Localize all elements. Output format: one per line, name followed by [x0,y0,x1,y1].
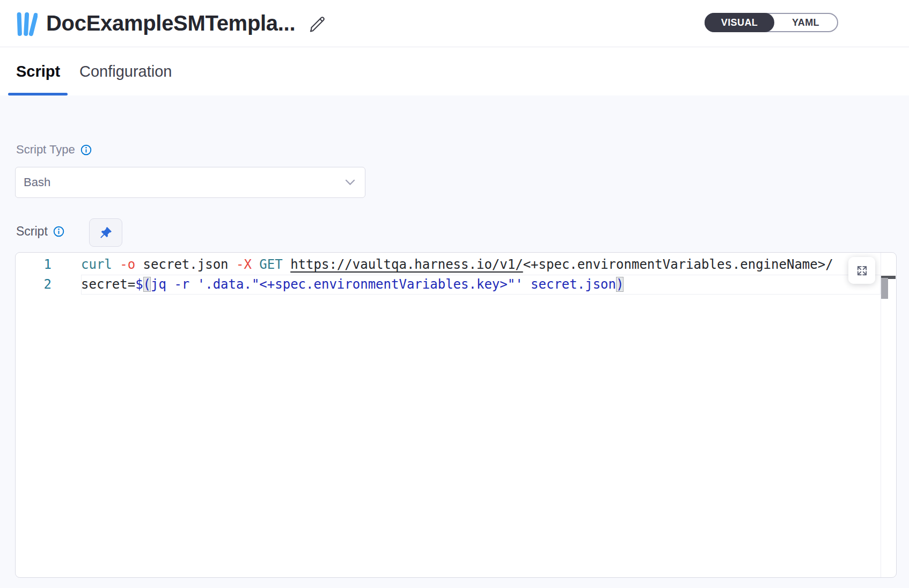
code-token: -o [120,257,135,272]
toggle-option-yaml[interactable]: YAML [774,14,837,31]
view-toggle: VISUAL YAML [705,13,838,32]
code-token: $ [135,277,143,292]
pushpin-icon [99,226,113,240]
toggle-visual-label: VISUAL [721,17,758,28]
code-token [283,257,290,272]
toggle-yaml-label: YAML [792,17,819,28]
chevron-down-icon [345,179,355,186]
code-line[interactable]: 2secret=$(jq -r '.data."<+spec.environme… [16,275,896,295]
code-editor[interactable]: 1curl -o secret.json -X GET https://vaul… [15,252,897,578]
info-icon[interactable] [53,226,64,237]
script-type-label: Script Type [16,143,75,157]
code-lines: 1curl -o secret.json -X GET https://vaul… [16,255,896,295]
edit-title-button[interactable] [306,13,327,34]
code-token [252,257,259,272]
code-token: secret= [81,277,135,292]
expand-icon [856,264,868,277]
line-number: 2 [16,275,81,295]
script-type-label-row: Script Type [16,143,92,157]
code-token: ( [143,277,151,292]
scrollbar-thumb[interactable] [881,278,888,299]
scrollbar-track [881,253,881,577]
template-library-icon [16,11,38,37]
page-title: DocExampleSMTempla... [46,11,295,35]
code-token: -X [236,257,252,272]
code-content: curl -o secret.json -X GET https://vault… [81,255,896,275]
pencil-icon [307,14,326,33]
script-label: Script [16,224,48,239]
line-number: 1 [16,255,81,275]
code-token: GET [259,257,282,272]
tab-script[interactable]: Script [16,48,60,95]
code-token: https://vaultqa.harness.io/v1/ [290,257,523,272]
code-content: secret=$(jq -r '.data."<+spec.environmen… [81,275,896,295]
code-token: curl [81,257,112,272]
expand-editor-button[interactable] [848,257,875,284]
content-panel: Script Type Bash Script [0,95,909,588]
code-token: jq -r '.data."<+spec.environmentVariable… [151,277,616,292]
info-icon[interactable] [80,144,92,156]
script-label-row: Script [16,224,64,239]
tab-script-label: Script [16,63,60,80]
script-type-value: Bash [24,175,345,189]
tab-bar: Script Configuration [0,48,909,95]
script-type-select[interactable]: Bash [15,167,365,198]
code-token: ) [616,277,624,292]
header: DocExampleSMTempla... VISUAL YAML [0,0,909,47]
tab-configuration[interactable]: Configuration [79,48,172,95]
code-line[interactable]: 1curl -o secret.json -X GET https://vaul… [16,255,896,275]
tab-configuration-label: Configuration [79,63,172,80]
code-token: <+spec.environmentVariables.engineName>/ [523,257,833,272]
code-token [112,257,120,272]
pin-script-button[interactable] [89,218,122,247]
toggle-option-visual[interactable]: VISUAL [705,13,774,32]
code-token: secret.json [135,257,236,272]
